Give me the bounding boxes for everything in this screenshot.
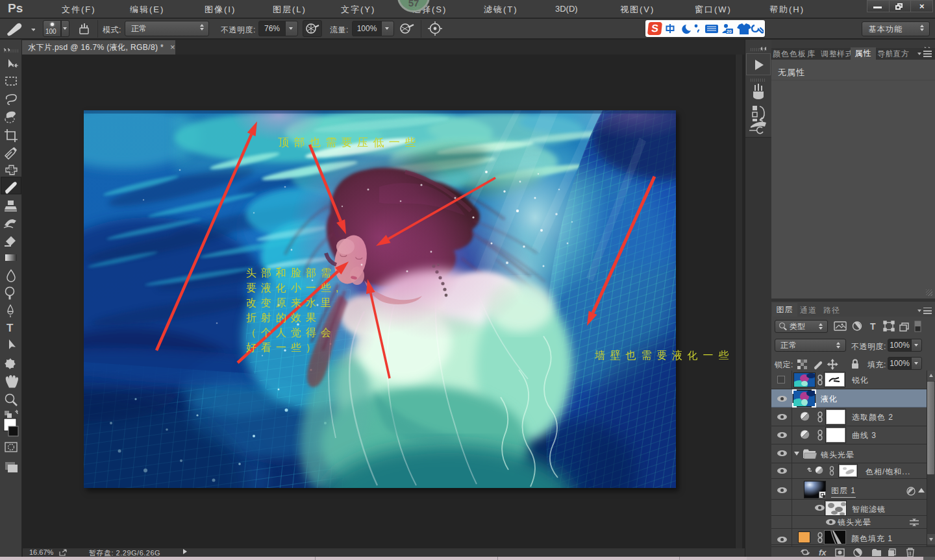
svg-text:20: 20 — [727, 29, 732, 34]
svg-text:fx: fx — [819, 548, 827, 557]
svg-text:T: T — [6, 322, 14, 334]
svg-text:T: T — [870, 321, 876, 332]
